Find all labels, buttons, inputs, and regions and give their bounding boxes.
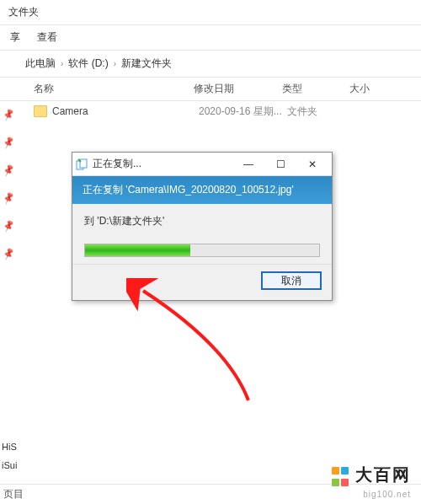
close-button[interactable]: ✕ (296, 155, 328, 174)
toolbar-view[interactable]: 查看 (29, 27, 66, 48)
col-type[interactable]: 类型 (282, 82, 349, 96)
watermark: 大百网 big100.net (331, 464, 411, 499)
column-headers: 名称 修改日期 类型 大小 (0, 78, 421, 101)
col-date[interactable]: 修改日期 (194, 82, 282, 96)
minimize-button[interactable]: — (232, 155, 264, 174)
breadcrumb[interactable]: 此电脑 › 软件 (D:) › 新建文件夹 (0, 51, 421, 78)
pin-icon: 📌 (1, 247, 16, 261)
toolbar-share[interactable]: 享 (2, 27, 29, 48)
logo-icon (331, 466, 349, 490)
pin-icon: 📌 (1, 219, 16, 233)
pin-icon: 📌 (1, 136, 16, 150)
file-date: 2020-09-16 星期... (199, 105, 287, 119)
dialog-band: 正在复制 'Camera\IMG_20200820_100512.jpg' (72, 176, 332, 204)
file-type: 文件夹 (287, 105, 354, 119)
copy-dialog: 正在复制... — ☐ ✕ 正在复制 'Camera\IMG_20200820_… (72, 152, 333, 301)
copy-pages-icon (76, 158, 88, 170)
pin-icon: 📌 (1, 164, 16, 178)
sidebar-bottom: HiS iSui (0, 442, 34, 479)
table-row[interactable]: Camera 2020-09-16 星期... 文件夹 (0, 101, 421, 121)
watermark-url: big100.net (331, 490, 411, 499)
breadcrumb-drive[interactable]: 软件 (D:) (68, 56, 108, 71)
pin-icon: 📌 (1, 108, 16, 122)
col-size[interactable]: 大小 (349, 82, 400, 96)
window-title: 文件夹 (8, 5, 39, 19)
dialog-destination: 到 'D:\新建文件夹' (84, 214, 320, 228)
file-name: Camera (52, 105, 199, 117)
chevron-right-icon: › (61, 59, 63, 68)
dialog-title: 正在复制... (93, 157, 232, 171)
status-text: 页目 (3, 487, 24, 501)
svg-rect-1 (80, 159, 87, 168)
sidebar-item[interactable]: iSui (0, 460, 34, 479)
sidebar-item[interactable]: HiS (0, 442, 34, 460)
progress-bar (84, 244, 320, 257)
cancel-button[interactable]: 取消 (261, 271, 322, 290)
quick-access-pins: 📌 📌 📌 📌 📌 📌 (3, 110, 14, 260)
breadcrumb-folder[interactable]: 新建文件夹 (121, 56, 172, 71)
breadcrumb-pc[interactable]: 此电脑 (25, 56, 56, 71)
pin-icon: 📌 (1, 191, 16, 206)
folder-icon (34, 105, 47, 117)
watermark-text: 大百网 (355, 465, 411, 484)
chevron-right-icon: › (114, 59, 116, 68)
maximize-button[interactable]: ☐ (264, 155, 296, 174)
col-name[interactable]: 名称 (34, 82, 194, 96)
